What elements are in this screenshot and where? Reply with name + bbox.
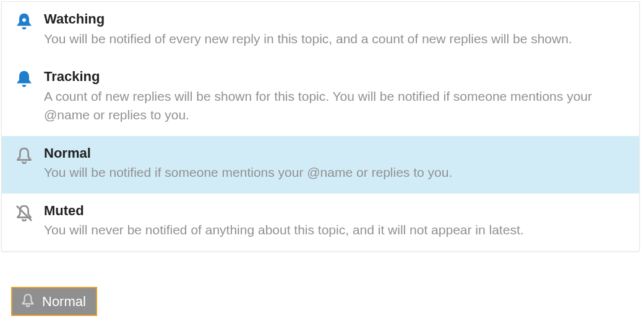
muted-icon: [14, 202, 44, 223]
option-title: Muted: [44, 202, 627, 220]
option-desc: You will be notified if someone mentions…: [44, 163, 627, 182]
watching-icon: [14, 11, 44, 32]
option-muted[interactable]: Muted You will never be notified of anyt…: [2, 194, 639, 251]
option-tracking[interactable]: Tracking A count of new replies will be …: [2, 59, 639, 135]
svg-line-1: [17, 206, 32, 221]
notification-level-label: Normal: [42, 294, 86, 310]
option-title: Watching: [44, 11, 627, 28]
svg-point-0: [22, 18, 26, 22]
option-desc: You will never be notified of anything a…: [44, 221, 627, 239]
notification-level-dropdown: Watching You will be notified of every n…: [1, 1, 640, 252]
option-normal[interactable]: Normal You will be notified if someone m…: [2, 136, 639, 194]
tracking-icon: [14, 68, 44, 89]
notification-level-button[interactable]: Normal: [11, 287, 97, 316]
option-title: Normal: [44, 145, 627, 163]
normal-icon: [14, 145, 44, 166]
option-desc: A count of new replies will be shown for…: [44, 87, 627, 125]
option-desc: You will be notified of every new reply …: [44, 30, 627, 48]
option-title: Tracking: [44, 68, 627, 86]
option-watching[interactable]: Watching You will be notified of every n…: [2, 2, 639, 59]
normal-icon: [20, 292, 42, 311]
